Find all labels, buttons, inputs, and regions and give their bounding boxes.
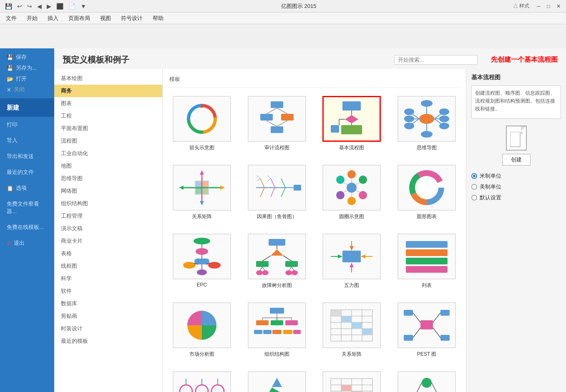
- sidebar-export[interactable]: 导出和发送: [0, 148, 54, 164]
- toolbar-icon1[interactable]: ⬛: [55, 2, 65, 10]
- sidebar-import[interactable]: 导入: [0, 133, 54, 148]
- category-presentation[interactable]: 演示文稿: [54, 222, 162, 235]
- search-input[interactable]: [398, 57, 460, 63]
- menu-file[interactable]: 文件: [2, 13, 21, 23]
- template-pest[interactable]: PEST 图: [392, 299, 461, 361]
- svg-rect-183: [510, 132, 520, 147]
- panel-header: 模板: [168, 74, 461, 88]
- template-arrows[interactable]: 箭头示意图: [168, 93, 236, 155]
- styles-button[interactable]: △ 样式: [510, 2, 533, 10]
- sidebar-free-viewer[interactable]: 免费文件察看器...: [0, 196, 54, 219]
- template-pie[interactable]: 圆形图表: [392, 161, 461, 224]
- svg-point-61: [359, 191, 367, 199]
- category-org[interactable]: 组织结构图: [54, 197, 162, 210]
- category-clipart[interactable]: 剪贴画: [54, 310, 162, 322]
- save-icon[interactable]: 💾: [3, 2, 14, 10]
- search-box[interactable]: [394, 55, 478, 65]
- template-thumb-fault-tree: [248, 234, 306, 279]
- category-chart[interactable]: 图表: [54, 97, 162, 110]
- template-relation-matrix[interactable]: 关系矩阵: [168, 161, 236, 224]
- category-flowchart[interactable]: 流程图: [54, 135, 162, 147]
- template-process-steps[interactable]: 处理步骤: [168, 368, 236, 392]
- template-market[interactable]: 市场分析图: [168, 299, 236, 361]
- category-network[interactable]: 网络图: [54, 185, 162, 197]
- back-icon[interactable]: ◀: [35, 2, 43, 10]
- category-basic[interactable]: 基本绘图: [54, 72, 162, 85]
- template-fishbone[interactable]: 因果图（鱼骨图）: [243, 161, 311, 224]
- category-industrial[interactable]: 工业自动化: [54, 147, 162, 160]
- menu-help[interactable]: 帮助: [148, 13, 168, 23]
- template-org-chart[interactable]: 组织结构图: [243, 299, 311, 361]
- quick-access-toolbar: 💾 ↩ ↪ ◀ ▶ ⬛ 📄 ▼: [3, 2, 88, 10]
- svg-rect-93: [285, 261, 298, 267]
- category-bizcard[interactable]: 商业卡片: [54, 235, 162, 247]
- category-business[interactable]: 商务: [54, 85, 162, 97]
- svg-point-34: [421, 131, 433, 138]
- category-recent-templates[interactable]: 最近的模板: [54, 335, 162, 347]
- category-engineering[interactable]: 工程: [54, 110, 162, 122]
- category-science[interactable]: 科学: [54, 272, 162, 285]
- sidebar-open[interactable]: 📂 打开: [4, 73, 50, 84]
- template-thumb-arrows: [173, 96, 231, 142]
- category-wireframe[interactable]: 线框图: [54, 260, 162, 272]
- template-epc[interactable]: EPC: [168, 230, 236, 292]
- template-tqm[interactable]: 全面质量管理: [392, 368, 461, 392]
- menu-start[interactable]: 开始: [23, 13, 42, 23]
- svg-rect-45: [202, 188, 208, 194]
- sidebar-close[interactable]: ✕ 关闭: [4, 84, 50, 95]
- svg-rect-185: [520, 132, 523, 134]
- category-fashion[interactable]: 时装设计: [54, 322, 162, 335]
- svg-line-149: [433, 328, 440, 338]
- template-name-relation-matrix: 关系矩阵: [192, 213, 212, 220]
- sidebar-print[interactable]: 打印: [0, 117, 54, 133]
- template-basic-flow[interactable]: 基本流程图: [318, 93, 386, 155]
- category-map[interactable]: 地图: [54, 160, 162, 172]
- template-audit[interactable]: 审计流程图: [243, 93, 311, 155]
- template-five-forces[interactable]: 五力图: [318, 230, 386, 292]
- unit-imperial-label: 美制单位: [480, 183, 501, 191]
- category-software[interactable]: 软件: [54, 285, 162, 297]
- toolbar-icon2[interactable]: 📄: [67, 2, 77, 10]
- category-panel: 基本绘图 商务 图表 工程 平面布置图 流程图 工业自动化 地图 思维导图 网络…: [54, 69, 163, 392]
- menu-symbol-design[interactable]: 符号设计: [117, 13, 147, 23]
- unit-option-metric[interactable]: 米制单位: [471, 172, 561, 180]
- svg-rect-12: [341, 125, 362, 134]
- svg-rect-137: [331, 310, 341, 316]
- maximize-button[interactable]: □: [544, 2, 553, 10]
- svg-point-30: [439, 108, 449, 115]
- undo-icon[interactable]: ↩: [15, 2, 24, 10]
- category-floor[interactable]: 平面布置图: [54, 122, 162, 135]
- toolbar-dropdown[interactable]: ▼: [79, 2, 88, 10]
- template-six-sigma[interactable]: Six Sigma 矩阵: [318, 368, 386, 392]
- template-list[interactable]: 列表: [392, 230, 461, 292]
- redo-icon[interactable]: ↪: [25, 2, 34, 10]
- sidebar-saveas[interactable]: 💾 另存为...: [4, 63, 50, 73]
- template-pyramid[interactable]: 金字塔图: [243, 368, 311, 392]
- category-mindmap[interactable]: 思维导图: [54, 172, 162, 185]
- unit-option-default[interactable]: 默认设置: [471, 194, 561, 201]
- sidebar-recent[interactable]: 最近的文件: [0, 164, 54, 180]
- template-fault-tree[interactable]: 故障树分析图: [243, 230, 311, 292]
- sidebar-options[interactable]: 📋 选项: [0, 180, 54, 196]
- template-thumb-epc: [173, 234, 231, 279]
- minimize-button[interactable]: ─: [534, 2, 543, 10]
- sidebar-free-template[interactable]: 免费在线模板...: [0, 219, 54, 235]
- create-button[interactable]: 创建: [502, 154, 531, 166]
- category-project[interactable]: 工程管理: [54, 210, 162, 222]
- forward-icon[interactable]: ▶: [45, 2, 53, 10]
- menu-page-layout[interactable]: 页面布局: [64, 13, 94, 23]
- template-circle[interactable]: 圆圈示意图: [318, 161, 386, 224]
- category-table[interactable]: 表格: [54, 247, 162, 260]
- template-mindmap[interactable]: 思维导图: [392, 93, 461, 155]
- template-relation-matrix2[interactable]: 关系矩阵: [318, 299, 386, 361]
- menu-view[interactable]: 视图: [96, 13, 115, 23]
- sidebar-new[interactable]: 新建: [0, 99, 54, 117]
- sidebar-exit[interactable]: ⊖ 退出: [0, 235, 54, 251]
- category-database[interactable]: 数据库: [54, 297, 162, 310]
- unit-option-imperial[interactable]: 美制单位: [471, 183, 561, 191]
- menu-insert[interactable]: 插入: [43, 13, 63, 23]
- radio-imperial: [471, 184, 477, 190]
- close-button[interactable]: ✕: [554, 2, 563, 10]
- sidebar-save[interactable]: 💾 保存: [4, 52, 50, 63]
- svg-line-146: [413, 313, 420, 322]
